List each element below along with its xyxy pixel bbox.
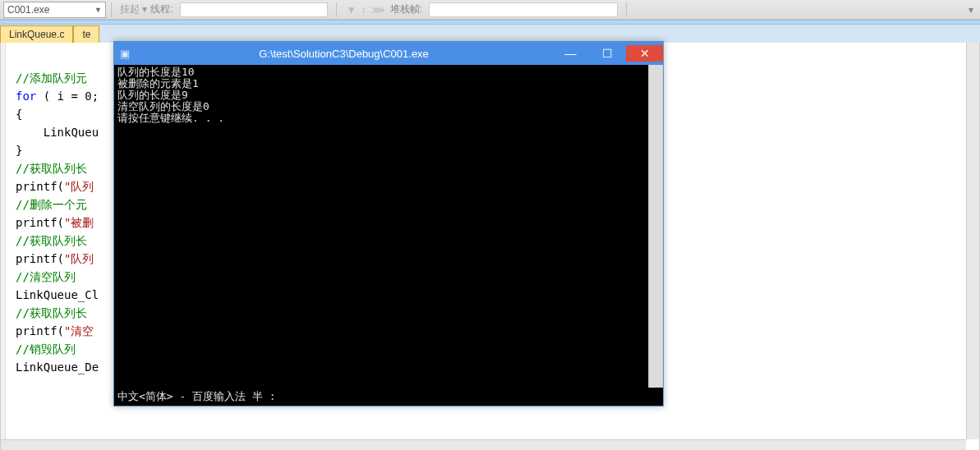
code-line: printf( <box>16 180 64 193</box>
stackframe-label: 堆栈帧: <box>390 2 422 16</box>
horizontal-scrollbar[interactable] <box>1 439 966 450</box>
editor-gutter <box>1 43 6 450</box>
code-line: //销毁队列 <box>16 342 76 356</box>
code-line: //获取队列长 <box>16 234 87 247</box>
console-titlebar[interactable]: ▣ G:\test\SolutionC3\Debug\C001.exe — ☐ … <box>114 42 663 65</box>
code-line: //获取队列长 <box>16 306 87 319</box>
console-title-text: G:\test\SolutionC3\Debug\C001.exe <box>136 48 552 60</box>
separator <box>111 2 112 17</box>
vertical-scrollbar[interactable] <box>966 43 979 439</box>
console-output[interactable]: 队列的长度是10 被删除的元素是1 队列的长度是9 清空队列的长度是0 请按任意… <box>114 65 648 388</box>
sort-icon[interactable]: ↕ <box>361 4 366 16</box>
separator <box>626 2 627 17</box>
debug-toolbar: C001.exe ▼ 挂起 ▾ 线程: ▼ ↕ ⋙ 堆栈帧: ▾ <box>0 0 980 20</box>
process-dropdown[interactable]: C001.exe ▼ <box>3 2 106 18</box>
code-line: "清空 <box>64 324 94 338</box>
code-line: //清空队列 <box>16 270 76 283</box>
code-line: LinkQueue_Cl <box>16 288 99 301</box>
close-button[interactable]: ✕ <box>626 45 663 62</box>
minimize-button[interactable]: — <box>552 45 589 62</box>
code-line: LinkQueue_De <box>16 360 99 374</box>
console-line: 请按任意键继续. . . <box>117 112 224 124</box>
code-content: //添加队列元 for ( i = 0; { LinkQueu } //获取队列… <box>16 51 99 394</box>
maximize-button[interactable]: ☐ <box>589 45 626 62</box>
collapse-icon[interactable]: ⋙ <box>371 4 385 16</box>
code-line: printf( <box>16 324 64 338</box>
code-line: LinkQueu <box>16 126 99 139</box>
app-icon: ▣ <box>114 48 136 60</box>
console-line: 清空队列的长度是0 <box>117 100 209 112</box>
tab-label: te <box>82 29 90 40</box>
code-line: for <box>16 90 36 103</box>
editor-tabs: LinkQueue.c te <box>0 25 980 43</box>
stackframe-dropdown[interactable] <box>429 2 618 17</box>
chevron-down-icon: ▼ <box>94 6 102 14</box>
console-window: ▣ G:\test\SolutionC3\Debug\C001.exe — ☐ … <box>113 41 664 406</box>
filter-icon[interactable]: ▼ <box>347 4 357 16</box>
ime-status: 中文<简体> - 百度输入法 半 : <box>114 388 663 406</box>
process-dropdown-value: C001.exe <box>7 4 49 16</box>
tab-second[interactable]: te <box>73 25 99 43</box>
separator <box>336 2 337 17</box>
code-line: { <box>16 108 22 121</box>
code-line: //删除一个元 <box>16 198 87 211</box>
tab-linkqueue[interactable]: LinkQueue.c <box>0 25 73 43</box>
code-line: "被删 <box>64 216 94 229</box>
code-line: printf( <box>16 252 64 265</box>
console-body: 队列的长度是10 被删除的元素是1 队列的长度是9 清空队列的长度是0 请按任意… <box>114 65 663 388</box>
overflow-icon[interactable]: ▾ <box>968 4 980 16</box>
console-line: 队列的长度是9 <box>117 89 188 101</box>
thread-label: 线程: <box>150 2 173 16</box>
code-line: "队列 <box>64 180 94 193</box>
code-line: //获取队列长 <box>16 162 87 175</box>
thread-dropdown[interactable] <box>180 2 328 17</box>
console-line: 队列的长度是10 <box>117 66 195 78</box>
code-line: //添加队列元 <box>16 71 87 85</box>
code-line: "队列 <box>64 252 94 265</box>
code-line: printf( <box>16 216 64 229</box>
suspend-button[interactable]: 挂起 ▾ <box>117 2 150 16</box>
tab-label: LinkQueue.c <box>9 29 64 40</box>
filter-icons: ▼ ↕ ⋙ <box>347 4 385 16</box>
console-line: 被删除的元素是1 <box>117 77 199 90</box>
console-scrollbar[interactable] <box>648 65 663 388</box>
code-line: ( i = 0; <box>36 90 99 103</box>
code-line: } <box>16 144 22 157</box>
